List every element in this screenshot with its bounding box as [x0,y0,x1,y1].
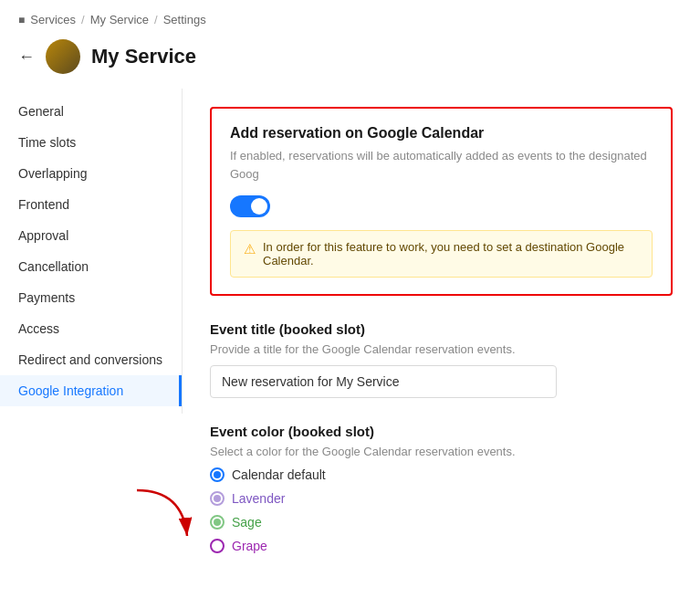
breadcrumb-current: Settings [163,13,206,26]
sidebar-item-approval[interactable]: Approval [0,220,182,251]
event-title-hint: Provide a title for the Google Calendar … [210,342,673,356]
event-color-hint: Select a color for the Google Calendar r… [210,445,673,458]
sidebar-item-redirect-conversions[interactable]: Redirect and conversions [0,344,182,375]
color-option-grape[interactable]: Grape [210,539,673,553]
color-label-grape: Grape [232,539,267,553]
color-option-default[interactable]: Calendar default [210,467,673,482]
avatar [46,39,80,74]
radio-default [210,467,225,482]
main-content: Add reservation on Google Calendar If en… [183,89,700,598]
radio-grape [210,539,225,553]
sidebar-item-overlapping[interactable]: Overlapping [0,158,182,189]
color-label-lavender: Lavender [232,491,285,506]
breadcrumb-sep-2: / [154,13,158,26]
breadcrumb-service-link[interactable]: My Service [90,13,149,26]
google-calendar-desc: If enabled, reservations will be automat… [230,147,653,183]
breadcrumb-services-link[interactable]: Services [30,13,76,26]
sidebar-item-payments[interactable]: Payments [0,282,182,313]
page-title: My Service [91,45,196,68]
color-option-lavender[interactable]: Lavender [210,491,673,506]
sidebar-item-access[interactable]: Access [0,313,182,344]
color-label-default: Calendar default [232,467,326,482]
warning-icon: ⚠ [244,241,256,257]
sidebar-item-time-slots[interactable]: Time slots [0,127,182,158]
color-label-sage: Sage [232,515,262,530]
warning-text: In order for this feature to work, you n… [263,240,639,268]
sidebar-item-frontend[interactable]: Frontend [0,189,182,220]
event-title-input[interactable] [210,365,557,398]
google-calendar-title: Add reservation on Google Calendar [230,125,653,142]
google-calendar-toggle[interactable] [230,195,270,217]
sidebar-item-google-integration[interactable]: Google Integration [0,375,182,406]
sidebar-item-general[interactable]: General [0,96,182,127]
breadcrumb: ■ Services / My Service / Settings [0,0,700,34]
sidebar-item-cancellation[interactable]: Cancellation [0,251,182,282]
sidebar: General Time slots Overlapping Frontend … [0,89,183,414]
layout: General Time slots Overlapping Frontend … [0,89,700,598]
breadcrumb-sep-1: / [81,13,85,26]
page-header: ← My Service [0,34,700,89]
event-title-label: Event title (booked slot) [210,321,673,337]
color-options: Calendar default Lavender Sage Grape [210,467,673,553]
event-title-section: Event title (booked slot) Provide a titl… [210,321,673,398]
radio-sage [210,515,225,530]
back-button[interactable]: ← [18,47,35,67]
event-color-section: Event color (booked slot) Select a color… [210,424,673,553]
event-color-label: Event color (booked slot) [210,424,673,439]
radio-lavender [210,491,225,506]
breadcrumb-icon: ■ [18,14,25,26]
toggle-slider [230,195,270,217]
warning-box: ⚠ In order for this feature to work, you… [230,230,653,278]
google-calendar-section: Add reservation on Google Calendar If en… [210,107,673,296]
toggle-container [230,195,653,217]
color-option-sage[interactable]: Sage [210,515,673,530]
